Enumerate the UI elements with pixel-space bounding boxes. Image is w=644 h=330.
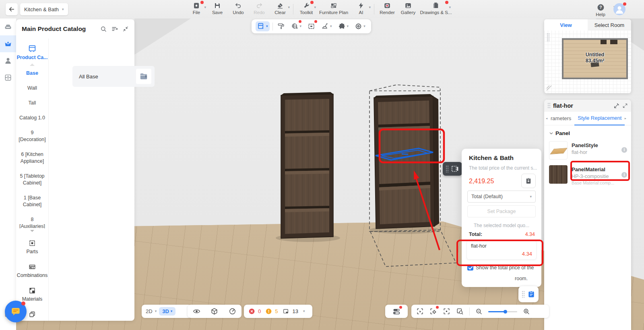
error-icon (249, 308, 255, 314)
zoom-in-button[interactable] (523, 308, 530, 315)
perspective-button[interactable] (211, 307, 218, 315)
prop-subvalue: Base Material:comp... (572, 180, 614, 185)
issues-bar[interactable]: 0 5 13 ▾ (244, 305, 312, 318)
question-circle-icon: ? (597, 4, 605, 11)
expand-icon[interactable] (622, 103, 628, 109)
project-selector[interactable]: Kitchen & Bath ▾ (20, 3, 68, 15)
tool-marquee[interactable] (306, 21, 317, 31)
search-icon[interactable] (100, 25, 107, 33)
panel-style-thumb (549, 141, 568, 160)
drag-handle-icon[interactable] (547, 102, 551, 109)
edit-selection-float-button[interactable] (443, 162, 462, 176)
list-item-all-base[interactable]: All Base (72, 66, 155, 87)
tool-apply-style[interactable]: ▾ (320, 21, 334, 31)
nav-tall[interactable]: Tall (16, 96, 48, 111)
walkthrough-button[interactable] (229, 307, 236, 315)
zoom-out-button[interactable] (475, 308, 483, 315)
user-avatar[interactable] (613, 3, 625, 15)
rail-products-tab[interactable] (0, 35, 16, 52)
tabs-scroll-left-icon[interactable]: ▾ (545, 117, 548, 119)
marquee-pencil-icon (451, 165, 459, 172)
nav-tabletop-cabinet[interactable]: 5 [Tabletop Cabinet] (16, 169, 48, 191)
zoom-region-button[interactable] (456, 307, 464, 315)
quote-line-item[interactable]: flat-hor 4.34 (466, 240, 537, 260)
visibility-button[interactable] (193, 307, 200, 315)
help-button[interactable]: ? Help (590, 2, 611, 17)
menu-furniture-plan[interactable]: Furniture Plan (317, 0, 351, 18)
support-chat-button[interactable] (5, 301, 27, 322)
checkbox-checked[interactable] (467, 264, 473, 271)
tool-environment[interactable]: ▾ (289, 21, 303, 31)
nav-decoration[interactable]: 9 [Decoration] (16, 125, 48, 147)
quote-clipboard-float-button[interactable] (518, 286, 539, 302)
tool-format-painter[interactable] (276, 21, 287, 31)
toolbar-divider (374, 4, 374, 14)
sort-filter-icon[interactable] (111, 25, 118, 33)
notification-dot (445, 1, 448, 4)
menu-gallery[interactable]: Gallery (398, 0, 419, 18)
toolbar-divider (469, 307, 470, 316)
tab-select-room[interactable]: Select Room (588, 19, 631, 31)
section-panel[interactable]: Panel (544, 125, 631, 138)
preferences-button[interactable] (385, 305, 408, 318)
back-button[interactable] (6, 3, 18, 15)
zoom-slider[interactable] (488, 309, 517, 314)
nav-wall[interactable]: Wall (16, 81, 48, 96)
tool-target[interactable]: ▾ (353, 21, 367, 31)
model-quote-note: The selected model quo... (462, 223, 541, 228)
caret-down-icon: ▾ (266, 25, 268, 28)
menu-redo[interactable]: Redo (249, 0, 270, 18)
nav-parts[interactable]: Parts (16, 235, 48, 259)
menu-toolkit[interactable]: ▾ Toolkit (296, 0, 317, 18)
edit-icon[interactable] (613, 102, 620, 109)
minimap-room[interactable]: Untitled 83.45m² (562, 38, 628, 79)
collapse-panel-icon[interactable] (122, 26, 129, 32)
error-count: 0 (258, 308, 261, 314)
nav-auxiliaries[interactable]: 8 [Auxiliaries] (16, 212, 48, 228)
info-icon[interactable]: i (621, 147, 627, 153)
line-item-name: flat-hor (471, 243, 532, 249)
prop-panel-style[interactable]: PanelStyle flat-hor i (544, 138, 631, 162)
nav-base-cabinet[interactable]: 1 [Base Cabinet] (16, 191, 48, 212)
rail-furnish-tab[interactable] (0, 18, 16, 35)
tab-parameters[interactable]: rameters (547, 112, 574, 125)
menu-undo[interactable]: Undo (228, 0, 249, 18)
tab-view[interactable]: View (544, 19, 588, 31)
info-icon[interactable]: i (621, 172, 627, 178)
export-quote-button[interactable] (521, 174, 536, 188)
checkbox-label-line2: room. (467, 275, 537, 283)
mode-3d-button[interactable]: 3D ▾ (159, 307, 175, 316)
tool-plugins[interactable]: ▾ (336, 21, 351, 31)
nav-catalog-1-0[interactable]: Catalog 1.0 (16, 111, 48, 125)
menu-ai[interactable]: ▾ AI (351, 0, 372, 18)
frame-settings-button[interactable] (429, 307, 437, 315)
rail-storage-tab[interactable] (0, 69, 16, 86)
menu-file[interactable]: ▾ File (186, 0, 207, 18)
folder-thumb (136, 69, 151, 84)
prop-panel-material[interactable]: PanelMaterial HP-3-compositie Base Mater… (544, 162, 631, 188)
menu-clear[interactable]: ▾ Clear (270, 0, 291, 18)
zoom-slider-knob[interactable] (504, 310, 507, 314)
save-icon (214, 2, 221, 9)
nav-combinations[interactable]: Combinations (16, 259, 48, 283)
set-package-button[interactable]: Set Package (467, 205, 536, 217)
resize-handle-icon[interactable] (546, 85, 552, 91)
menu-save[interactable]: Save (207, 0, 228, 18)
nav-kitchen-appliance[interactable]: 6 [Kitchen Appliance] (16, 147, 48, 169)
tab-style-replacement[interactable]: Style Replacement (574, 111, 625, 125)
menu-drawings[interactable]: ▾ Drawings & S... (419, 0, 453, 18)
tabs-scroll-right-icon[interactable]: ▾ (624, 117, 627, 119)
frame-select-button[interactable] (416, 307, 424, 315)
menu-render[interactable]: Render (377, 0, 398, 18)
tool-select-cabinet[interactable]: ▾ (256, 21, 270, 31)
focus-selection-button[interactable] (443, 307, 450, 315)
mode-2d-button[interactable]: 2D (146, 308, 153, 314)
tab-product-catalog[interactable]: Product Ca... (16, 39, 48, 66)
drag-handle-icon[interactable] (547, 33, 550, 42)
rail-account-tab[interactable] (0, 52, 16, 69)
nav-scroll-down-icon[interactable] (30, 230, 34, 232)
price-scope-select[interactable]: Total (Default) ▾ (467, 191, 536, 203)
properties-panel: flat-hor ▾ rameters Style Replacement ▾ … (544, 100, 631, 330)
nav-base[interactable]: Base (16, 66, 48, 81)
notification-dot (623, 2, 626, 6)
